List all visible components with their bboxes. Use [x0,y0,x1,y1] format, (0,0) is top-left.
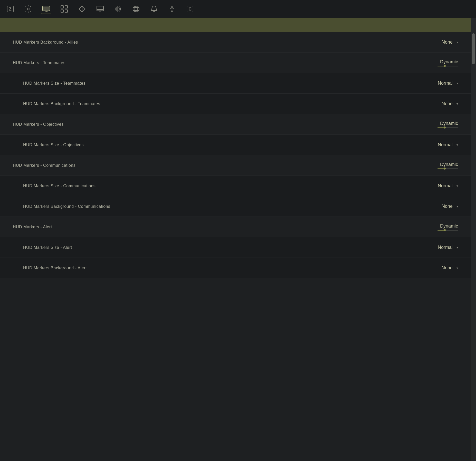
svg-rect-7 [61,6,63,8]
grid-nav-button[interactable] [59,4,69,14]
settings-panel: HUD Markers Background - AlliesNone▾HUD … [0,18,471,461]
settings-row-hud-markers-size-objectives[interactable]: HUD Markers Size - ObjectivesNormal▾ [0,135,471,155]
value-text-hud-markers-bg-allies: None [442,40,453,45]
dropdown-arrow-hud-markers-size-alert[interactable]: ▾ [456,246,458,249]
svg-text:C: C [188,7,192,11]
svg-text:Z: Z [9,7,12,11]
slider-thumb-hud-markers-objectives[interactable] [444,126,446,129]
dropdown-arrow-hud-markers-bg-alert[interactable]: ▾ [456,266,458,270]
label-hud-markers-objectives: HUD Markers - Objectives [13,122,64,127]
slider-track-hud-markers-alert[interactable] [437,230,458,231]
gamepad-nav-button[interactable] [77,4,87,14]
value-hud-markers-alert[interactable]: Dynamic [407,223,458,231]
label-hud-markers-alert: HUD Markers - Alert [13,225,52,229]
slider-thumb-hud-markers-communications[interactable] [444,168,446,170]
dynamic-value-hud-markers-teammates[interactable]: Dynamic [437,59,458,66]
svg-point-2 [27,8,29,10]
settings-row-hud-markers-bg-allies[interactable]: HUD Markers Background - AlliesNone▾ [0,32,471,53]
value-hud-markers-teammates[interactable]: Dynamic [407,59,458,66]
value-hud-markers-bg-teammates[interactable]: None▾ [407,101,458,106]
settings-row-hud-markers-alert[interactable]: HUD Markers - AlertDynamic [0,217,471,237]
value-hud-markers-objectives[interactable]: Dynamic [407,121,458,128]
label-hud-markers-teammates: HUD Markers - Teammates [13,61,65,65]
settings-row-hud-markers-bg-teammates[interactable]: HUD Markers Background - TeammatesNone▾ [0,94,471,114]
settings-row-hud-markers-size-teammates[interactable]: HUD Markers Size - TeammatesNormal▾ [0,73,471,94]
value-text-hud-markers-size-communications: Normal [438,183,453,189]
value-hud-markers-size-communications[interactable]: Normal▾ [407,183,458,189]
settings-row-hud-markers-size-alert[interactable]: HUD Markers Size - AlertNormal▾ [0,237,471,258]
label-hud-markers-bg-teammates: HUD Markers Background - Teammates [23,102,100,106]
slider-indicator-hud-markers-communications[interactable] [437,168,458,169]
dynamic-value-hud-markers-communications[interactable]: Dynamic [437,162,458,169]
dynamic-text-hud-markers-alert: Dynamic [440,223,458,229]
svg-rect-10 [65,10,68,12]
settings-row-hud-markers-communications[interactable]: HUD Markers - CommunicationsDynamic [0,155,471,176]
gear-nav-button[interactable] [23,4,33,14]
dropdown-arrow-hud-markers-bg-communications[interactable]: ▾ [456,205,458,208]
label-hud-markers-communications: HUD Markers - Communications [13,163,75,168]
dynamic-value-hud-markers-alert[interactable]: Dynamic [437,223,458,231]
scrollbar[interactable] [471,18,476,461]
main-content: HUD Markers Background - AlliesNone▾HUD … [0,18,476,461]
scrollbar-thumb[interactable] [472,33,475,64]
svg-rect-13 [97,6,103,11]
settings-row-hud-markers-bg-communications[interactable]: HUD Markers Background - CommunicationsN… [0,196,471,217]
label-hud-markers-size-communications: HUD Markers Size - Communications [23,184,96,188]
label-hud-markers-bg-allies: HUD Markers Background - Allies [13,40,78,45]
value-hud-markers-bg-alert[interactable]: None▾ [407,265,458,271]
value-hud-markers-communications[interactable]: Dynamic [407,162,458,169]
value-text-hud-markers-bg-teammates: None [442,101,453,106]
dropdown-arrow-hud-markers-size-teammates[interactable]: ▾ [456,82,458,85]
globe-nav-button[interactable] [131,4,141,14]
accessibility-nav-button[interactable] [167,4,177,14]
slider-thumb-hud-markers-teammates[interactable] [444,65,446,67]
top-navigation: Z [0,0,476,18]
value-hud-markers-size-alert[interactable]: Normal▾ [407,245,458,250]
svg-rect-9 [61,10,63,12]
slider-track-hud-markers-teammates[interactable] [437,66,458,66]
settings-list: HUD Markers Background - AlliesNone▾HUD … [0,32,471,278]
display-nav-button[interactable] [41,4,51,14]
value-text-hud-markers-size-alert: Normal [438,245,453,250]
dropdown-arrow-hud-markers-size-communications[interactable]: ▾ [456,184,458,188]
value-text-hud-markers-bg-alert: None [442,265,453,271]
slider-thumb-hud-markers-alert[interactable] [444,229,446,231]
label-hud-markers-size-teammates: HUD Markers Size - Teammates [23,81,85,86]
slider-indicator-hud-markers-teammates[interactable] [437,66,458,66]
value-text-hud-markers-size-objectives: Normal [438,142,453,148]
label-hud-markers-bg-alert: HUD Markers Background - Alert [23,266,87,270]
bell-nav-button[interactable] [149,4,159,14]
volume-nav-button[interactable] [113,4,123,14]
label-hud-markers-bg-communications: HUD Markers Background - Communications [23,204,110,209]
value-hud-markers-bg-communications[interactable]: None▾ [407,204,458,209]
slider-indicator-hud-markers-objectives[interactable] [437,127,458,128]
dynamic-text-hud-markers-teammates: Dynamic [440,59,458,65]
value-text-hud-markers-size-teammates: Normal [438,81,453,86]
slider-track-hud-markers-objectives[interactable] [437,127,458,128]
settings-row-hud-markers-teammates[interactable]: HUD Markers - TeammatesDynamic [0,53,471,73]
value-hud-markers-bg-allies[interactable]: None▾ [407,40,458,45]
z-key-nav-button[interactable]: Z [5,4,15,14]
interface-section-header [0,18,471,32]
label-hud-markers-size-objectives: HUD Markers Size - Objectives [23,143,84,147]
c-key-nav-button[interactable]: C [185,4,195,14]
svg-marker-17 [116,6,118,12]
dynamic-value-hud-markers-objectives[interactable]: Dynamic [437,121,458,128]
dynamic-text-hud-markers-communications: Dynamic [440,162,458,167]
dropdown-arrow-hud-markers-size-objectives[interactable]: ▾ [456,143,458,147]
value-text-hud-markers-bg-communications: None [442,204,453,209]
svg-point-24 [171,6,173,7]
dropdown-arrow-hud-markers-bg-allies[interactable]: ▾ [456,41,458,44]
label-hud-markers-size-alert: HUD Markers Size - Alert [23,245,72,250]
settings-row-hud-markers-objectives[interactable]: HUD Markers - ObjectivesDynamic [0,114,471,135]
value-hud-markers-size-objectives[interactable]: Normal▾ [407,142,458,148]
value-hud-markers-size-teammates[interactable]: Normal▾ [407,81,458,86]
slider-track-hud-markers-communications[interactable] [437,168,458,169]
settings-row-hud-markers-bg-alert[interactable]: HUD Markers Background - AlertNone▾ [0,258,471,278]
monitor-nav-button[interactable] [95,4,105,14]
dynamic-text-hud-markers-objectives: Dynamic [440,121,458,126]
settings-row-hud-markers-size-communications[interactable]: HUD Markers Size - CommunicationsNormal▾ [0,176,471,196]
dropdown-arrow-hud-markers-bg-teammates[interactable]: ▾ [456,102,458,106]
slider-indicator-hud-markers-alert[interactable] [437,230,458,231]
svg-rect-6 [43,7,49,10]
